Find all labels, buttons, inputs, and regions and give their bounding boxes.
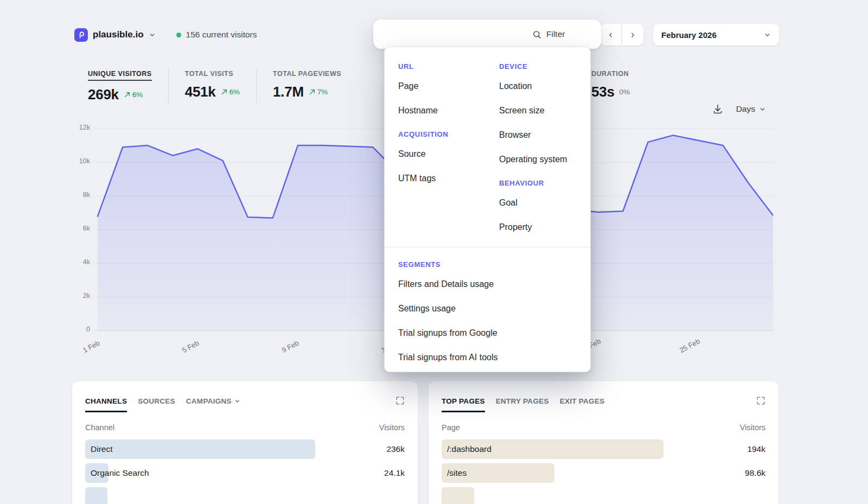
section-title: ACQUISITION: [398, 130, 499, 138]
column-metric: Visitors: [379, 423, 405, 432]
x-tick-label: 9 Feb: [280, 339, 300, 354]
table-row[interactable]: Organic Search 24.1k: [85, 463, 405, 483]
channels-card: CHANNELS SOURCES CAMPAIGNS Channel Visit…: [72, 381, 418, 504]
next-period-button[interactable]: [622, 24, 643, 46]
row-label: Direct: [91, 439, 112, 459]
row-bar: [442, 487, 474, 504]
channels-table-header: Channel Visitors: [85, 423, 405, 432]
y-tick-label: 12k: [69, 124, 90, 131]
stat-label: TOTAL VISITS: [185, 70, 233, 78]
stat-unique-visitors[interactable]: UNIQUE VISITORS 269k 6%: [88, 68, 169, 103]
row-value: 98.6k: [745, 463, 765, 483]
filter-section-acquisition: ACQUISITION Source UTM tags: [398, 130, 499, 183]
section-title: URL: [398, 62, 499, 71]
stat-change: 0%: [620, 88, 630, 96]
filter-item-operating-system[interactable]: Operating system: [499, 155, 590, 164]
table-row[interactable]: [442, 487, 765, 504]
filter-item-location[interactable]: Location: [499, 81, 590, 91]
interval-picker[interactable]: Days: [736, 104, 766, 114]
section-title: SEGMENTS: [398, 260, 577, 269]
filter-menu-grid: URL Page Hostname ACQUISITION Source UTM…: [385, 47, 590, 247]
segment-item[interactable]: Filters and Details usage: [398, 279, 577, 289]
x-tick-label: 5 Feb: [181, 339, 200, 354]
site-name: plausible.io: [93, 29, 144, 40]
stat-label: TOTAL PAGEVIEWS: [273, 70, 341, 78]
trend-up-icon: [221, 88, 228, 95]
current-visitors-label: 156 current visitors: [186, 30, 257, 40]
date-range-picker[interactable]: February 2026: [653, 24, 779, 46]
current-visitors[interactable]: 156 current visitors: [176, 30, 257, 40]
stat-total-visits[interactable]: TOTAL VISITS 451k 6%: [185, 68, 257, 103]
segment-item[interactable]: Settings usage: [398, 304, 577, 314]
tab-entry-pages[interactable]: ENTRY PAGES: [496, 397, 549, 412]
stat-value: 1.7M: [273, 84, 304, 100]
channels-tabs: CHANNELS SOURCES CAMPAIGNS: [85, 381, 405, 412]
tab-sources[interactable]: SOURCES: [138, 397, 175, 412]
pages-table-header: Page Visitors: [442, 423, 765, 432]
date-range-label: February 2026: [661, 30, 717, 40]
row-label: /sites: [447, 463, 467, 483]
tab-exit-pages[interactable]: EXIT PAGES: [560, 397, 605, 412]
download-button[interactable]: [712, 104, 723, 114]
column-dimension: Page: [442, 423, 460, 432]
expand-button[interactable]: [395, 396, 405, 412]
filter-section-behaviour: BEHAVIOUR Goal Property: [499, 179, 590, 232]
chevron-down-icon: [759, 106, 766, 113]
live-dot-icon: [176, 33, 181, 37]
y-tick-label: 8k: [69, 191, 90, 199]
row-value: 24.1k: [384, 463, 405, 483]
filter-item-page[interactable]: Page: [398, 81, 499, 91]
row-value: 236k: [386, 439, 405, 459]
site-picker[interactable]: plausible.io: [74, 28, 156, 42]
filter-menu-left-column: URL Page Hostname ACQUISITION Source UTM…: [398, 62, 499, 247]
trend-up-icon: [309, 88, 316, 95]
filter-menu: URL Page Hostname ACQUISITION Source UTM…: [384, 47, 591, 372]
filter-search-input[interactable]: [546, 29, 584, 39]
stat-value: 451k: [185, 84, 216, 100]
filter-item-property[interactable]: Property: [499, 222, 590, 232]
filter-section-segments: SEGMENTS Filters and Details usage Setti…: [385, 247, 590, 362]
segment-item[interactable]: Trial signups from Google: [398, 328, 577, 338]
filter-item-hostname[interactable]: Hostname: [398, 106, 499, 116]
date-nav: [600, 24, 643, 46]
prev-period-button[interactable]: [600, 24, 621, 46]
trend-up-icon: [124, 91, 131, 98]
pages-tabs: TOP PAGES ENTRY PAGES EXIT PAGES: [442, 381, 765, 412]
table-row[interactable]: [85, 487, 405, 504]
filter-item-screen-size[interactable]: Screen size: [499, 106, 590, 116]
table-row[interactable]: /sites 98.6k: [442, 463, 765, 483]
search-icon: [532, 30, 541, 39]
download-icon: [712, 104, 723, 114]
filter-search-bar[interactable]: [373, 20, 601, 49]
tab-channels[interactable]: CHANNELS: [85, 397, 127, 412]
y-tick-label: 4k: [69, 258, 90, 266]
stats-row: UNIQUE VISITORS 269k 6% TOTAL VISITS 451…: [88, 68, 374, 103]
table-row[interactable]: /:dashboard 194k: [442, 439, 765, 459]
filter-item-goal[interactable]: Goal: [499, 198, 590, 208]
tab-top-pages[interactable]: TOP PAGES: [442, 397, 485, 412]
expand-icon: [395, 396, 405, 405]
stat-total-pageviews[interactable]: TOTAL PAGEVIEWS 1.7M 7%: [273, 68, 358, 103]
filter-item-source[interactable]: Source: [398, 149, 499, 159]
row-bar: [85, 439, 315, 459]
tab-campaigns[interactable]: CAMPAIGNS: [186, 397, 240, 412]
stat-change: 7%: [309, 88, 328, 96]
interval-label: Days: [736, 104, 755, 114]
row-label: Organic Search: [91, 463, 149, 483]
filter-section-device: DEVICE Location Screen size Browser Oper…: [499, 62, 590, 164]
table-row[interactable]: Direct 236k: [85, 439, 405, 459]
segment-item[interactable]: Trial signups from AI tools: [398, 353, 577, 362]
expand-button[interactable]: [756, 396, 765, 412]
chart-controls: Days: [712, 104, 766, 114]
row-label: /:dashboard: [447, 439, 492, 459]
plausible-dashboard: plausible.io 156 current visitors Februa…: [0, 0, 868, 504]
y-tick-label: 0: [69, 326, 90, 333]
stat-change: 6%: [124, 91, 143, 99]
y-tick-label: 6k: [69, 225, 90, 232]
stat-change: 6%: [221, 88, 240, 96]
filter-item-utm-tags[interactable]: UTM tags: [398, 174, 499, 183]
section-title: DEVICE: [499, 62, 590, 71]
filter-item-browser[interactable]: Browser: [499, 130, 590, 140]
filter-menu-right-column: DEVICE Location Screen size Browser Oper…: [499, 62, 590, 247]
column-metric: Visitors: [740, 423, 765, 432]
